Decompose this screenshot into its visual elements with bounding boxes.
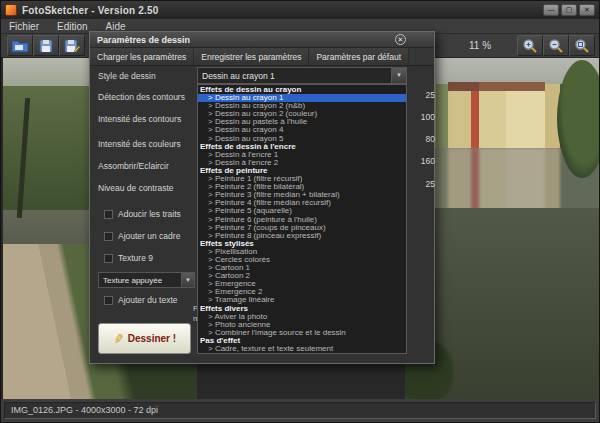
minimize-button[interactable]: — (543, 4, 559, 16)
zoom-fit-button[interactable] (569, 35, 595, 56)
add-text-label: Ajouter du texte (118, 295, 178, 305)
texture-mode-value: Texture appuyée (99, 276, 181, 285)
texture-checkbox[interactable] (104, 254, 113, 263)
menu-fichier[interactable]: Fichier (9, 21, 39, 32)
open-folder-icon (11, 39, 29, 53)
menu-edition[interactable]: Edition (57, 21, 88, 32)
magnifier-fit-icon (574, 38, 590, 54)
slider-label-contour-detection: Détection des contours (98, 92, 185, 102)
app-icon (5, 4, 17, 16)
save-button[interactable] (33, 35, 59, 56)
style-dropdown-list: Effets de dessin au crayon> Dessin au cr… (197, 84, 407, 354)
statusbar: IMG_0126.JPG - 4000x3000 - 72 dpi (1, 399, 599, 423)
style-select-value: Dessin au crayon 1 (198, 71, 391, 81)
style-label: Style de dessin (98, 71, 156, 81)
tab-enregistrer-parametres[interactable]: Enregistrer les paramètres (194, 48, 309, 65)
open-image-button[interactable] (7, 35, 33, 56)
dialog-tabs: Charger les paramètres Enregistrer les p… (90, 48, 434, 66)
add-frame-checkbox[interactable] (104, 232, 113, 241)
slider-label-contrast: Niveau de contraste (98, 183, 174, 193)
tab-parametres-defaut[interactable]: Paramètres par défaut (309, 48, 409, 65)
add-text-checkbox[interactable] (104, 296, 113, 305)
save-as-button[interactable] (59, 35, 85, 56)
app-window: FotoSketcher - Version 2.50 — ▢ ✕ Fichie… (0, 0, 600, 423)
pencil-icon: ✎ (110, 332, 127, 345)
close-button[interactable]: ✕ (579, 4, 595, 16)
slider-value-contrast: 25 (408, 179, 435, 189)
add-frame-label: Ajouter un cadre (118, 231, 180, 241)
photo-tree (557, 60, 599, 178)
params-dialog: Paramètres de dessin ✕ Charger les param… (89, 31, 435, 364)
floppy-disk-pencil-icon (64, 39, 80, 53)
tab-charger-parametres[interactable]: Charger les paramètres (90, 48, 194, 65)
maximize-button[interactable]: ▢ (561, 4, 577, 16)
add-frame-row: Ajouter un cadre (104, 231, 180, 241)
magnifier-minus-icon (548, 38, 564, 54)
status-text: IMG_0126.JPG - 4000x3000 - 72 dpi (4, 402, 596, 419)
draw-button-label: Dessiner ! (128, 333, 176, 344)
chevron-down-icon[interactable]: ▼ (391, 68, 406, 83)
slider-value-darken-lighten: 160 (408, 156, 435, 166)
zoom-level-label: 11 % (469, 40, 491, 51)
dialog-title: Paramètres de dessin (97, 35, 190, 45)
soften-lines-row: Adoucir les traits (104, 209, 181, 219)
chevron-down-icon[interactable]: ▼ (181, 273, 194, 287)
titlebar[interactable]: FotoSketcher - Version 2.50 — ▢ ✕ (1, 1, 599, 19)
floppy-disk-icon (39, 39, 53, 53)
zoom-in-button[interactable] (517, 35, 543, 56)
dialog-titlebar[interactable]: Paramètres de dessin (90, 32, 434, 48)
dropdown-item[interactable]: > Cadre, texture et texte seulement (198, 345, 406, 353)
add-text-row: Ajouter du texte (104, 295, 178, 305)
slider-label-color-intensity: Intensité des couleurs (98, 139, 181, 149)
menu-aide[interactable]: Aide (106, 21, 126, 32)
window-title: FotoSketcher - Version 2.50 (22, 5, 159, 16)
slider-value-contour-detection: 25 (408, 90, 435, 100)
slider-label-darken-lighten: Assombrir/Eclaircir (98, 161, 169, 171)
slider-label-contour-intensity: Intensité des contours (98, 114, 181, 124)
style-select[interactable]: Dessin au crayon 1 ▼ (197, 67, 407, 84)
slider-value-contour-intensity: 100 (408, 112, 435, 122)
dialog-close-icon[interactable]: ✕ (395, 34, 406, 45)
slider-value-color-intensity: 80 (408, 134, 435, 144)
texture-label: Texture 9 (118, 253, 153, 263)
texture-row: Texture 9 (104, 253, 153, 263)
soften-lines-checkbox[interactable] (104, 210, 113, 219)
zoom-out-button[interactable] (543, 35, 569, 56)
texture-mode-select[interactable]: Texture appuyée ▼ (98, 272, 195, 288)
soften-lines-label: Adoucir les traits (118, 209, 181, 219)
draw-button[interactable]: ✎ Dessiner ! (98, 323, 191, 354)
magnifier-plus-icon (522, 38, 538, 54)
